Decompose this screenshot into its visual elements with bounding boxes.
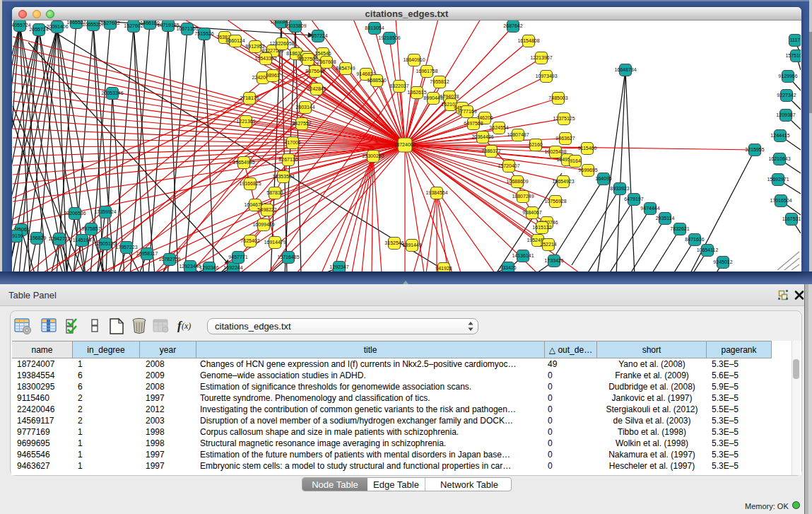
svg-text:1615132: 1615132 (532, 225, 551, 230)
svg-text:9699695: 9699695 (578, 168, 597, 173)
svg-text:941923: 941923 (435, 266, 452, 271)
svg-text:8660124: 8660124 (225, 38, 245, 43)
svg-text:10543392: 10543392 (254, 56, 276, 61)
svg-text:1167531: 1167531 (782, 216, 801, 221)
svg-text:98961: 98961 (266, 73, 280, 78)
svg-text:8267130: 8267130 (278, 157, 298, 162)
svg-text:252214: 252214 (540, 242, 556, 247)
svg-text:1362615: 1362615 (407, 90, 426, 95)
svg-text:8454749: 8454749 (336, 66, 355, 71)
svg-text:16210643: 16210643 (768, 156, 790, 161)
svg-text:12353594: 12353594 (272, 174, 294, 179)
svg-text:123226058: 123226058 (269, 41, 294, 46)
svg-text:9474444: 9474444 (640, 206, 659, 211)
svg-text:5498222: 5498222 (257, 207, 276, 212)
svg-text:9129966: 9129966 (778, 74, 797, 78)
svg-text:1221369: 1221369 (236, 119, 255, 124)
svg-text:10654112: 10654112 (697, 247, 719, 252)
svg-text:1244415: 1244415 (770, 133, 789, 138)
svg-text:18640910: 18640910 (403, 57, 425, 62)
svg-text:1145194: 1145194 (73, 238, 92, 243)
svg-text:1733426: 1733426 (544, 258, 563, 263)
svg-text:9164: 9164 (570, 158, 581, 163)
svg-text:18807249: 18807249 (512, 194, 534, 199)
svg-text:16648784: 16648784 (614, 67, 636, 72)
svg-text:2687642: 2687642 (503, 23, 522, 28)
svg-text:20053346: 20053346 (101, 90, 123, 95)
svg-text:9245012: 9245012 (713, 259, 732, 264)
svg-text:8375645: 8375645 (305, 69, 324, 74)
svg-text:2367608: 2367608 (317, 59, 336, 64)
svg-text:1292346: 1292346 (199, 265, 218, 270)
svg-text:2718176: 2718176 (240, 95, 259, 100)
svg-text:16154808: 16154808 (517, 38, 539, 43)
svg-text:3152546: 3152546 (384, 240, 404, 245)
svg-text:8471636: 8471636 (685, 237, 704, 242)
svg-text:62160: 62160 (529, 142, 543, 147)
svg-text:16914479: 16914479 (264, 240, 286, 245)
svg-text:10958117: 10958117 (136, 251, 158, 256)
svg-text:1156829: 1156829 (28, 235, 47, 240)
svg-text:9115460: 9115460 (578, 146, 597, 151)
svg-text:9975857: 9975857 (81, 226, 100, 231)
svg-text:12213967: 12213967 (530, 55, 552, 60)
svg-text:7386372: 7386372 (481, 148, 500, 153)
svg-text:20091406: 20091406 (46, 24, 68, 29)
svg-text:39159: 39159 (12, 233, 23, 238)
svg-text:16671355: 16671355 (176, 26, 198, 31)
svg-text:1391449: 1391449 (402, 243, 421, 247)
svg-text:1588520: 1588520 (367, 78, 386, 83)
svg-text:9777169: 9777169 (457, 109, 476, 114)
svg-text:9463627: 9463627 (555, 136, 575, 141)
svg-text:16782759: 16782759 (158, 257, 180, 262)
svg-text:1292347: 1292347 (329, 264, 348, 269)
svg-text:19218506: 19218506 (378, 35, 400, 40)
svg-text:9327508: 9327508 (298, 57, 317, 62)
svg-text:12942737: 12942737 (48, 236, 70, 241)
svg-text:18724007: 18724007 (394, 142, 416, 147)
svg-text:2935114: 2935114 (656, 216, 675, 221)
svg-text:17957223: 17957223 (115, 245, 137, 250)
svg-text:15751074: 15751074 (785, 53, 801, 58)
svg-text:587833: 587833 (266, 190, 283, 195)
svg-text:9227342: 9227342 (777, 93, 796, 98)
svg-text:10688609: 10688609 (506, 179, 528, 184)
svg-text:20364436: 20364436 (471, 134, 493, 139)
svg-text:17359924: 17359924 (94, 209, 116, 214)
svg-text:23300293: 23300293 (362, 153, 384, 158)
svg-text:14136141: 14136141 (512, 253, 534, 258)
svg-text:10807487: 10807487 (507, 132, 529, 137)
svg-text:(x): (x) (182, 321, 191, 331)
svg-text:16033809: 16033809 (284, 23, 306, 28)
svg-text:10756928: 10756928 (544, 199, 566, 204)
svg-text:7832621: 7832621 (670, 226, 689, 231)
svg-text:8813054: 8813054 (365, 25, 384, 30)
svg-text:19166825: 19166825 (239, 181, 261, 186)
svg-text:9384067: 9384067 (522, 210, 541, 215)
svg-text:7625402: 7625402 (240, 238, 259, 243)
svg-text:9242848: 9242848 (307, 86, 326, 91)
svg-text:3215955: 3215955 (745, 147, 764, 152)
svg-text:12375125: 12375125 (553, 116, 575, 121)
svg-text:1527602: 1527602 (100, 21, 119, 25)
svg-text:6497568: 6497568 (464, 121, 483, 126)
svg-text:7357224: 7357224 (308, 33, 327, 38)
svg-text:17016504: 17016504 (770, 198, 792, 203)
svg-text:19654985: 19654985 (233, 160, 254, 165)
svg-text:933426: 933426 (500, 265, 516, 270)
svg-text:12505135: 12505135 (94, 241, 116, 246)
svg-text:7485003: 7485003 (548, 95, 567, 100)
svg-text:154546: 154546 (314, 51, 331, 56)
svg-text:10025438: 10025438 (544, 149, 566, 154)
svg-text:15692971: 15692971 (767, 177, 789, 182)
svg-text:10973493: 10973493 (535, 74, 557, 78)
svg-text:8427552: 8427552 (292, 121, 311, 126)
svg-text:9457771: 9457771 (228, 255, 247, 259)
svg-text:8933923: 8933923 (610, 186, 629, 191)
svg-text:2803144: 2803144 (295, 105, 314, 110)
svg-text:14055724: 14055724 (12, 23, 31, 28)
svg-text:1209387: 1209387 (776, 112, 795, 117)
svg-text:1592244: 1592244 (223, 265, 242, 270)
svg-text:16099489: 16099489 (252, 222, 274, 227)
svg-text:164095: 164095 (595, 176, 611, 181)
